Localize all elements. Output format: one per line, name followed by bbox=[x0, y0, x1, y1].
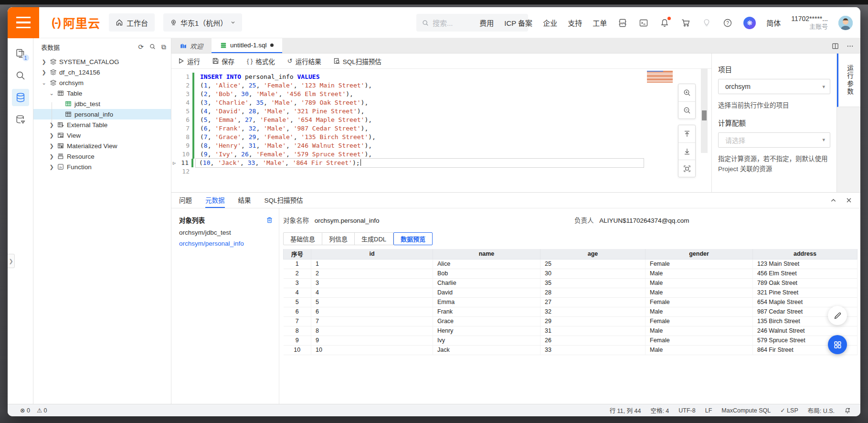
tree-item-table[interactable]: ⌄Table bbox=[33, 88, 171, 98]
terminal-icon[interactable] bbox=[638, 18, 649, 28]
refresh-icon[interactable]: ⟳ bbox=[138, 43, 144, 50]
status-item-4[interactable]: LF bbox=[705, 407, 712, 414]
table-row[interactable]: 66Frank32Male987 Cedar Street bbox=[284, 307, 857, 316]
hamburger-menu-button[interactable] bbox=[8, 7, 39, 38]
minimap[interactable] bbox=[647, 71, 673, 83]
bottom-tab-4[interactable]: SQL扫描预估 bbox=[265, 193, 303, 208]
chevron-right-icon[interactable]: ❯ bbox=[49, 132, 54, 139]
code-line-10[interactable]: 10(9, 'Ivy', 26, 'Female', '579 Spruce S… bbox=[171, 150, 711, 159]
detail-tab-2[interactable]: 列信息 bbox=[322, 232, 355, 245]
chevron-down-icon[interactable]: ⌄ bbox=[41, 80, 47, 86]
code-line-3[interactable]: 3(2, 'Bob', 30, 'Male', '456 Elm Street'… bbox=[171, 90, 711, 98]
trash-icon[interactable] bbox=[266, 217, 273, 224]
code-line-1[interactable]: 1INSERT INTO personal_info VALUES bbox=[171, 73, 711, 81]
cart-icon[interactable] bbox=[680, 18, 691, 28]
object-list-item[interactable]: orchsym/personal_info bbox=[179, 240, 273, 247]
sql-scan-button[interactable]: SQL扫描预估 bbox=[334, 56, 381, 66]
status-item-2[interactable]: 空格: 4 bbox=[650, 406, 669, 415]
code-line-12[interactable]: 12 bbox=[171, 167, 711, 176]
status-item-6[interactable]: ✓ LSP bbox=[780, 407, 798, 414]
table-row[interactable]: 22Bob30Male456 Elm Street bbox=[284, 269, 857, 278]
code-line-2[interactable]: 2(1, 'Alice', 25, 'Female', '123 Main St… bbox=[171, 81, 711, 90]
tab-welcome[interactable]: 欢迎 bbox=[171, 38, 212, 53]
tab-untitled-sql[interactable]: untitled-1.sql bbox=[212, 38, 282, 53]
data-panel-icon[interactable] bbox=[12, 89, 29, 106]
tree-item-system-catalog[interactable]: ❯SYSTEM_CATALOG bbox=[33, 56, 171, 67]
run-line-icon[interactable]: ▷ bbox=[171, 159, 177, 167]
menu-link[interactable]: 工单 bbox=[593, 18, 607, 28]
feedback-pencil-button[interactable] bbox=[828, 306, 847, 325]
account-info[interactable]: 11702*****... 主账号 bbox=[791, 15, 828, 31]
chevron-down-icon[interactable]: ⌄ bbox=[49, 90, 54, 97]
table-row[interactable]: 11Alice25Female123 Main Street bbox=[284, 259, 857, 269]
table-row[interactable]: 55Emma27Female654 Maple Street bbox=[284, 297, 857, 307]
code-line-6[interactable]: 6(5, 'Emma', 27, 'Female', '654 Maple St… bbox=[171, 116, 711, 124]
warning-count[interactable]: ⚠ 0 bbox=[37, 407, 47, 414]
zoom-out-button[interactable] bbox=[678, 101, 695, 119]
ai-assistant-icon[interactable]: ❋ bbox=[743, 17, 756, 29]
run-results-button[interactable]: ↺ 运行结果 bbox=[287, 56, 321, 66]
zoom-in-button[interactable] bbox=[678, 84, 695, 101]
tree-item-resource[interactable]: ❯Resource bbox=[33, 151, 171, 162]
status-item-5[interactable]: MaxCompute SQL bbox=[721, 407, 771, 414]
close-panel-icon[interactable] bbox=[846, 197, 852, 204]
code-line-7[interactable]: 7(6, 'Frank', 32, 'Male', '987 Cedar Str… bbox=[171, 124, 711, 133]
alibaba-cloud-logo[interactable]: (-) 阿里云 bbox=[52, 14, 100, 31]
table-row[interactable]: 44David28Male321 Pine Street bbox=[284, 288, 857, 297]
tab-run-params[interactable]: 运行参数 bbox=[837, 54, 860, 107]
status-bell-icon[interactable] bbox=[844, 407, 851, 414]
code-line-5[interactable]: 5(4, 'David', 28, 'Male', '321 Pine Stre… bbox=[171, 107, 711, 116]
tree-item-personal-info[interactable]: personal_info bbox=[33, 109, 171, 119]
quota-select[interactable]: 请选择 ▾ bbox=[718, 132, 830, 148]
chevron-right-icon[interactable]: ❯ bbox=[49, 164, 54, 170]
bottom-tab-1[interactable]: 问题 bbox=[179, 193, 192, 208]
code-editor[interactable]: 1INSERT INTO personal_info VALUES2(1, 'A… bbox=[171, 69, 711, 192]
menu-link[interactable]: 支持 bbox=[568, 18, 582, 28]
api-icon[interactable]: API bbox=[617, 18, 628, 28]
collapse-all-icon[interactable]: ⧉ bbox=[161, 43, 166, 50]
status-item-7[interactable]: 布局: U.S. bbox=[808, 406, 835, 415]
bell-icon[interactable] bbox=[659, 18, 670, 28]
table-row[interactable]: 99Ivy26Female579 Spruce Street bbox=[284, 336, 857, 345]
expand-panel-arrow[interactable]: ❯ bbox=[8, 254, 15, 268]
more-actions-icon[interactable] bbox=[847, 43, 854, 50]
table-row[interactable]: 1010Jack33Male864 Fir Street bbox=[284, 345, 857, 355]
code-line-11[interactable]: ▷11(10, 'Jack', 33, 'Male', '864 Fir Str… bbox=[171, 159, 711, 167]
search-tree-icon[interactable] bbox=[149, 43, 156, 50]
status-item-1[interactable]: 行 11, 列 44 bbox=[610, 406, 641, 415]
chevron-right-icon[interactable]: ❯ bbox=[49, 153, 54, 160]
detail-tab-4[interactable]: 数据预览 bbox=[393, 232, 433, 245]
search-panel-icon[interactable] bbox=[12, 67, 29, 84]
table-row[interactable]: 33Charlie35Male789 Oak Street bbox=[284, 278, 857, 288]
table-row[interactable]: 88Henry31Male246 Walnut Street bbox=[284, 326, 857, 336]
table-row[interactable]: 77Grace29Female135 Birch Street bbox=[284, 316, 857, 326]
scroll-bottom-button[interactable] bbox=[678, 142, 695, 160]
data-service-icon[interactable] bbox=[12, 111, 29, 128]
region-selector[interactable]: 华东1（杭州） bbox=[163, 13, 242, 32]
apps-grid-button[interactable] bbox=[828, 335, 847, 354]
focus-selection-button[interactable] bbox=[678, 160, 695, 177]
scripts-icon[interactable]: 1 bbox=[12, 45, 29, 62]
tree-item-function[interactable]: ❯fxFunction bbox=[33, 162, 171, 172]
format-button[interactable]: { } 格式化 bbox=[247, 56, 275, 66]
tree-item-view[interactable]: ❯View bbox=[33, 130, 171, 141]
run-button[interactable]: 运行 bbox=[178, 56, 200, 66]
code-line-9[interactable]: 9(8, 'Henry', 31, 'Male', '246 Walnut St… bbox=[171, 141, 711, 150]
collapse-panel-icon[interactable] bbox=[830, 197, 836, 204]
menu-link[interactable]: 企业 bbox=[543, 18, 557, 28]
status-item-3[interactable]: UTF-8 bbox=[678, 407, 695, 414]
object-list-item[interactable]: orchsym/jdbc_test bbox=[179, 229, 273, 236]
tree-item-jdbc-test[interactable]: jdbc_test bbox=[33, 98, 171, 109]
error-count[interactable]: ⊗ 0 bbox=[20, 407, 30, 414]
editor-scrollbar[interactable] bbox=[701, 69, 708, 153]
project-select[interactable]: orchsym ▾ bbox=[718, 79, 830, 94]
split-editor-icon[interactable] bbox=[832, 43, 839, 50]
tree-item-df-ch-124156[interactable]: ❯df_ch_124156 bbox=[33, 67, 171, 77]
menu-link[interactable]: 费用 bbox=[479, 18, 494, 28]
workspace-button[interactable]: 工作台 bbox=[109, 13, 155, 32]
code-line-8[interactable]: 8(7, 'Grace', 29, 'Female', '135 Birch S… bbox=[171, 133, 711, 141]
code-line-4[interactable]: 4(3, 'Charlie', 35, 'Male', '789 Oak Str… bbox=[171, 98, 711, 107]
tree-item-materialized-view[interactable]: ❯Materialized View bbox=[33, 141, 171, 151]
bottom-tab-2[interactable]: 元数据 bbox=[205, 193, 225, 208]
chevron-right-icon[interactable]: ❯ bbox=[41, 69, 47, 76]
